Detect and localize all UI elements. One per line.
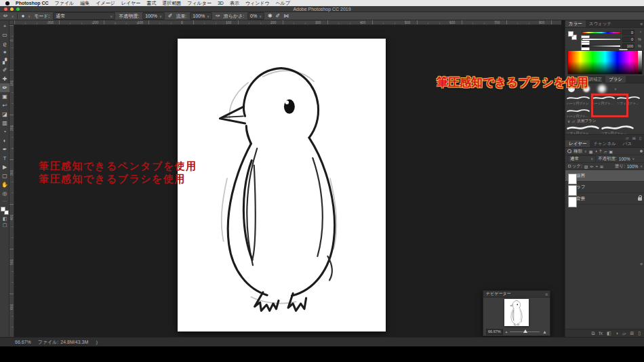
tool-button[interactable]: ◎ [0,189,9,198]
filter-adjustment-layers-icon[interactable]: ◑ [595,149,597,153]
panel-tab[interactable]: カラー [565,20,586,27]
tool-button[interactable]: + [0,22,9,31]
adjustment-layer-icon[interactable]: ◑ [616,331,618,336]
lock-position-icon[interactable]: + [595,164,598,168]
slider-thumb[interactable] [523,329,527,333]
filter-smart-objects-icon[interactable]: ▣ [609,149,613,154]
tool-button[interactable]: ϱ [0,39,9,48]
panel-tab[interactable]: パス [620,140,635,147]
paint-symmetry-icon[interactable]: ⋈ [283,13,289,20]
chevron-down-icon[interactable]: ∨ [28,14,31,18]
menu-item[interactable]: フィルター [187,0,212,6]
apple-logo-icon[interactable] [5,1,9,5]
menu-item[interactable]: 編集 [80,0,89,6]
chevron-down-icon[interactable]: ∨ [567,119,570,123]
document-canvas[interactable] [178,39,386,331]
new-layer-icon[interactable]: ⊞ [630,331,634,336]
tool-button[interactable]: ▭ [0,31,9,39]
hue-slider[interactable] [582,31,621,34]
lock-transparent-icon[interactable]: ▨ [584,164,588,169]
layer-thumbnail[interactable] [568,197,577,207]
saturation-slider[interactable] [582,38,621,41]
brush-tool-preset-icon[interactable]: ✏ [3,13,8,20]
new-brush-icon[interactable]: ⊞ [632,136,636,140]
layer-row[interactable]: 背景 [565,193,644,205]
tool-button[interactable]: ✏ [0,83,9,92]
tool-button[interactable]: ◔ [0,127,9,136]
status-chevron-icon[interactable]: ❭ [95,340,98,344]
zoom-out-mountain-icon[interactable]: ▴ [506,329,508,334]
menu-item[interactable]: レイヤー [121,0,141,6]
layer-mask-icon[interactable]: ◧ [607,331,611,336]
zoom-level-field[interactable]: 66.67% [15,340,31,344]
tool-button[interactable]: ↩ [0,101,9,110]
foreground-background-swatches[interactable] [0,206,9,216]
menu-item[interactable]: 選択範囲 [162,0,181,6]
tool-button[interactable]: ◪ [0,110,9,119]
edit-toolbar-button[interactable]: ⋯ [0,198,9,204]
brush-preset[interactable]: ハード円ブラシ ... [567,107,590,118]
filter-type-label[interactable]: 種類 [573,148,582,155]
filter-type-layers-icon[interactable]: T [599,149,602,153]
navigator-zoom-slider[interactable] [510,331,540,332]
menu-item[interactable]: ファイル [55,0,75,6]
brush-preview-icon[interactable]: ● [21,13,24,20]
soft-round-tip-icon[interactable] [598,85,606,93]
brush-preset[interactable]: ソフト円ブラシ ... [601,124,634,135]
layer-opacity-value[interactable]: 100% [619,157,630,161]
tool-button[interactable]: T [0,154,9,163]
link-layers-icon[interactable]: ⧉ [592,331,595,336]
saturation-value[interactable]: 0 [622,37,635,42]
menu-item[interactable]: Photoshop CC [16,0,49,6]
panel-tab[interactable]: チャンネル [590,140,619,147]
flow-select[interactable]: 100% ∨ [190,12,212,20]
foreground-color-swatch[interactable] [1,207,5,212]
tool-button[interactable]: ▶ [0,163,9,172]
panel-tab[interactable]: スウォッチ [586,20,615,27]
tool-button[interactable]: ✶ [0,48,9,57]
screen-mode-button[interactable]: ▢ [0,222,9,228]
tool-button[interactable]: ✚ [0,75,9,83]
folder-icon[interactable]: ▱ [626,136,629,140]
tool-button[interactable]: ✋ [0,180,9,189]
chevron-down-icon[interactable]: ∨ [584,149,587,153]
menu-item[interactable]: イメージ [96,0,115,6]
navigator-tab[interactable]: ナビゲーター [486,291,511,296]
tool-button[interactable]: ▞ [0,57,9,66]
hue-value[interactable]: 0 [622,30,635,35]
tool-button[interactable]: ✒ [0,145,9,154]
panel-tab[interactable]: ブラシ [605,76,626,83]
layer-row[interactable]: ラフ [565,182,644,193]
ruler-horizontal[interactable]: -300-200-1000100200300400500600700800 [14,20,561,25]
navigator-zoom-value[interactable]: 66.67% [486,329,503,335]
brush-group-header[interactable]: ∨ ▱ 汎用ブラシ [567,119,596,123]
filter-group-layers-icon[interactable]: ▱ [604,149,607,154]
trash-icon[interactable]: ▯ [638,331,641,336]
tool-button[interactable]: ▥ [0,119,9,127]
panel-tab[interactable]: レイヤー [565,140,590,147]
layer-blend-mode-select[interactable]: 通常 ∨ [567,155,596,163]
quick-mask-button[interactable]: ◧ [0,216,9,222]
brush-preset[interactable]: ソフト円ブラシ [567,124,599,135]
airbrush-icon[interactable]: ✑ [216,13,220,20]
chevron-down-icon[interactable]: ∨ [12,14,14,18]
tool-button[interactable]: ▣ [0,92,9,101]
foreground-color-swatch[interactable] [568,31,573,37]
menu-item[interactable]: 書式 [146,0,156,6]
menu-item[interactable]: ヘルプ [276,0,291,6]
panel-menu-icon[interactable]: ≡ [640,260,643,268]
layer-name[interactable]: 背景 [576,196,585,202]
ruler-vertical[interactable]: 0100200300400500600 [9,25,14,337]
menu-item[interactable]: 3D [218,0,224,6]
new-group-icon[interactable]: ▱ [622,331,626,336]
brush-preset[interactable]: ハード円ブラシ [567,94,590,105]
mini-color-swatches[interactable] [568,31,578,41]
menu-item[interactable]: 表示 [230,0,239,6]
color-spectrum-picker[interactable] [567,50,643,75]
blend-mode-select[interactable]: 通常 ∨ [53,12,115,20]
tool-button[interactable]: ◐ [0,136,9,145]
brightness-value[interactable]: 100 [622,43,635,49]
brightness-slider[interactable] [582,45,621,47]
menu-item[interactable]: ウィンドウ [245,0,270,6]
fill-value[interactable]: 100% [627,164,639,169]
